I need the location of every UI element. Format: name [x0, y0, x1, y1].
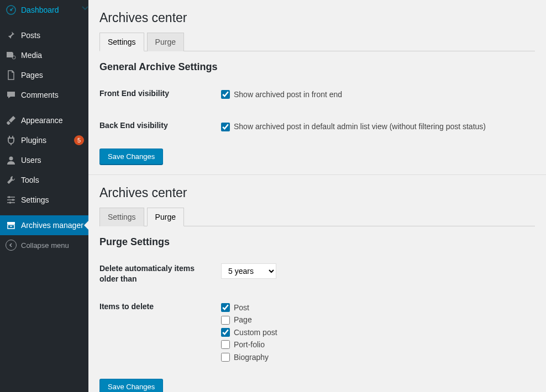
- delete-item-checkbox[interactable]: [221, 303, 230, 312]
- sliders-icon: [6, 194, 17, 205]
- svg-point-1: [10, 9, 12, 11]
- sidebar-item-appearance[interactable]: Appearance: [0, 110, 88, 130]
- sidebar-item-label: Posts: [21, 31, 84, 40]
- back-end-checkbox-wrap[interactable]: Show archived post in default admin list…: [221, 120, 535, 133]
- tabs: Settings Purge: [99, 33, 535, 51]
- delete-item-label: Port-folio: [234, 338, 265, 351]
- back-end-visibility-row: Back End visibility Show archived post i…: [99, 110, 535, 142]
- delete-item-checkbox[interactable]: [221, 316, 230, 325]
- dashboard-icon: [6, 4, 17, 15]
- sidebar-item-tools[interactable]: Tools: [0, 170, 88, 190]
- items-to-delete-label: Items to delete: [99, 301, 221, 312]
- items-to-delete-row: Items to delete PostPageCustom postPort-…: [99, 295, 535, 373]
- collapse-icon: [6, 240, 17, 251]
- sidebar-item-archives-manager[interactable]: Archives manager: [0, 215, 88, 235]
- plug-icon: [6, 135, 17, 146]
- svg-rect-7: [7, 222, 15, 224]
- tab-settings[interactable]: Settings: [99, 208, 144, 226]
- sidebar-item-posts[interactable]: Posts: [0, 25, 88, 45]
- older-than-select[interactable]: 5 years: [221, 263, 276, 279]
- content-area: Archives center Settings Purge General A…: [88, 0, 546, 392]
- sidebar-item-users[interactable]: Users: [0, 150, 88, 170]
- save-changes-button[interactable]: Save Changes: [99, 379, 163, 392]
- sidebar-item-pages[interactable]: Pages: [0, 65, 88, 85]
- older-than-label: Delete automaticaly items older than: [99, 263, 221, 285]
- back-end-checkbox[interactable]: [221, 123, 230, 131]
- save-changes-button[interactable]: Save Changes: [99, 149, 163, 165]
- sidebar-item-label: Tools: [21, 176, 84, 184]
- tab-settings[interactable]: Settings: [99, 33, 144, 51]
- pages-icon: [6, 70, 17, 81]
- delete-item-checkbox[interactable]: [221, 340, 230, 349]
- delete-item-custom-post[interactable]: Custom post: [221, 326, 535, 338]
- pin-icon: [6, 30, 17, 41]
- tab-purge[interactable]: Purge: [147, 208, 184, 226]
- admin-sidebar: Dashboard Posts Media Pages Comments App…: [0, 0, 88, 392]
- collapse-menu-button[interactable]: Collapse menu: [0, 235, 88, 255]
- sidebar-item-dashboard[interactable]: Dashboard: [0, 0, 88, 20]
- sidebar-item-label: Users: [21, 156, 84, 165]
- sidebar-item-label: Settings: [21, 195, 84, 204]
- delete-item-page[interactable]: Page: [221, 314, 535, 326]
- front-end-checkbox-label: Show archived post in front end: [234, 88, 342, 100]
- delete-item-label: Biography: [234, 351, 269, 363]
- delete-item-label: Post: [234, 301, 249, 314]
- delete-item-biography[interactable]: Biography: [221, 351, 535, 363]
- update-badge: 5: [74, 135, 84, 145]
- sidebar-item-label: Archives manager: [21, 221, 84, 230]
- svg-rect-4: [8, 197, 10, 198]
- sidebar-item-label: Dashboard: [21, 6, 84, 14]
- wrench-icon: [6, 174, 17, 186]
- sidebar-item-media[interactable]: Media: [0, 45, 88, 65]
- archive-icon: [6, 220, 17, 231]
- sidebar-item-label: Media: [21, 51, 84, 60]
- brush-icon: [6, 115, 17, 126]
- settings-panel: Archives center Settings Purge General A…: [88, 0, 546, 174]
- delete-item-port-folio[interactable]: Port-folio: [221, 338, 535, 351]
- sidebar-item-label: Appearance: [21, 116, 84, 125]
- delete-item-checkbox[interactable]: [221, 328, 230, 337]
- tab-purge[interactable]: Purge: [147, 33, 184, 51]
- page-title: Archives center: [99, 6, 535, 28]
- section-heading: General Archive Settings: [99, 61, 535, 73]
- sidebar-item-settings[interactable]: Settings: [0, 190, 88, 210]
- back-end-visibility-label: Back End visibility: [99, 120, 221, 131]
- front-end-visibility-row: Front End visibility Show archived post …: [99, 78, 535, 110]
- sidebar-item-comments[interactable]: Comments: [0, 85, 88, 105]
- back-end-checkbox-label: Show archived post in default admin list…: [234, 120, 486, 133]
- front-end-visibility-label: Front End visibility: [99, 88, 221, 99]
- page-title: Archives center: [99, 181, 535, 203]
- sidebar-item-label: Pages: [21, 71, 84, 80]
- delete-item-checkbox[interactable]: [221, 353, 230, 362]
- svg-point-3: [9, 157, 13, 161]
- purge-panel: Archives center Settings Purge Purge Set…: [88, 175, 546, 392]
- delete-item-label: Custom post: [234, 326, 277, 338]
- tabs: Settings Purge: [99, 208, 535, 226]
- delete-item-label: Page: [234, 314, 252, 326]
- older-than-row: Delete automaticaly items older than 5 y…: [99, 253, 535, 295]
- delete-item-post[interactable]: Post: [221, 301, 535, 314]
- sidebar-item-label: Plugins: [21, 136, 72, 145]
- sidebar-item-label: Comments: [21, 91, 84, 99]
- comments-icon: [6, 89, 17, 100]
- sidebar-item-plugins[interactable]: Plugins 5: [0, 130, 88, 150]
- section-heading: Purge Settings: [99, 236, 535, 248]
- media-icon: [6, 50, 17, 61]
- users-icon: [6, 155, 17, 166]
- svg-rect-5: [12, 199, 14, 201]
- svg-rect-6: [9, 202, 11, 204]
- collapse-label: Collapse menu: [21, 241, 69, 250]
- front-end-checkbox-wrap[interactable]: Show archived post in front end: [221, 88, 535, 100]
- front-end-checkbox[interactable]: [221, 90, 230, 99]
